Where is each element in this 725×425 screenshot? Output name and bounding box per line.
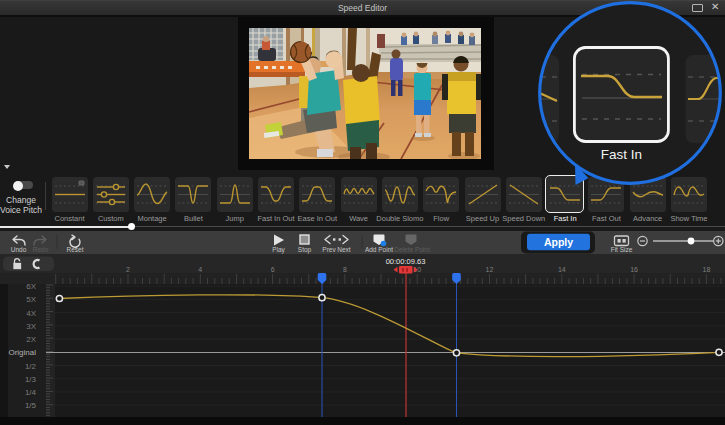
svg-text:4: 4 xyxy=(198,266,202,273)
svg-text:Undo: Undo xyxy=(11,246,27,253)
svg-text:5X: 5X xyxy=(26,295,36,304)
svg-text:Fast In: Fast In xyxy=(601,147,642,162)
svg-text:6X: 6X xyxy=(26,282,36,291)
svg-text:Reset: Reset xyxy=(67,246,84,253)
svg-text:4X: 4X xyxy=(26,309,36,318)
svg-text:1/5: 1/5 xyxy=(25,401,37,410)
svg-text:Redo: Redo xyxy=(33,246,49,253)
svg-text:6: 6 xyxy=(271,266,275,273)
svg-text:Prev: Prev xyxy=(322,246,336,253)
svg-text:Fit Size: Fit Size xyxy=(611,246,633,253)
svg-text:16: 16 xyxy=(630,266,638,273)
svg-text:Add Point: Add Point xyxy=(365,246,393,253)
svg-text:Play: Play xyxy=(272,246,285,254)
svg-text:1/2: 1/2 xyxy=(25,362,37,371)
svg-text:3X: 3X xyxy=(26,322,36,331)
svg-text:12: 12 xyxy=(486,266,494,273)
svg-text:Original: Original xyxy=(8,348,36,357)
svg-text:8: 8 xyxy=(343,266,347,273)
svg-text:18: 18 xyxy=(703,266,711,273)
svg-text:14: 14 xyxy=(558,266,566,273)
svg-text:Delete Point: Delete Point xyxy=(394,246,430,253)
svg-text:1/3: 1/3 xyxy=(25,375,37,384)
svg-text:00:00:09.63: 00:00:09.63 xyxy=(386,257,426,266)
svg-text:2X: 2X xyxy=(26,335,36,344)
svg-text:Stop: Stop xyxy=(298,246,312,254)
svg-text:Apply: Apply xyxy=(544,236,573,248)
svg-text:Next: Next xyxy=(337,246,351,253)
svg-text:1/4: 1/4 xyxy=(25,388,37,397)
svg-text:2: 2 xyxy=(126,266,130,273)
